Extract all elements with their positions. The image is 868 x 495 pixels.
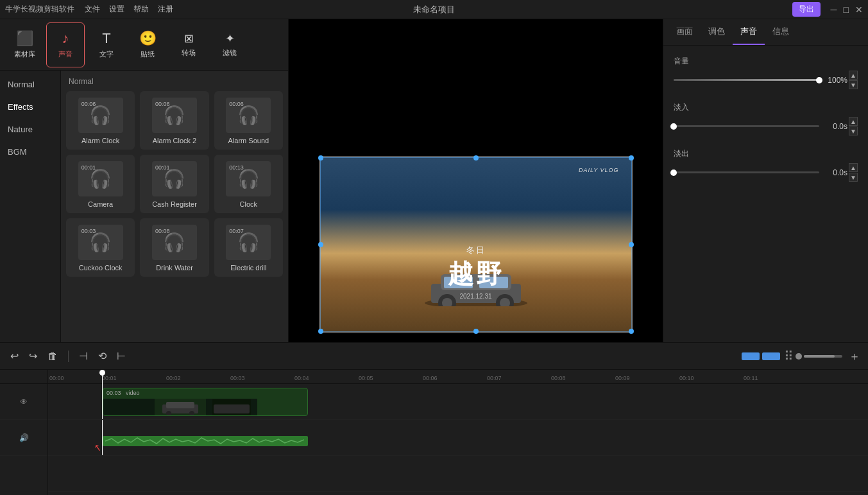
title-bar-right: 导出 ─ □ ✕	[792, 2, 863, 17]
timeline-content[interactable]: 00:00 00:01 00:02 00:03 00:04 00:05 00:0…	[48, 370, 868, 495]
title-bar-left: 牛学长视频剪辑软件 文件 设置 帮助 注册	[5, 4, 792, 15]
category-normal[interactable]: Normal	[0, 73, 60, 96]
menu-register[interactable]: 注册	[158, 4, 173, 15]
fade-in-slider[interactable]	[674, 125, 819, 127]
tick-11: 00:11	[744, 375, 758, 381]
video-track: 00:03 video	[48, 384, 868, 420]
minimize-button[interactable]: ─	[831, 4, 837, 15]
fade-out-increment[interactable]: ▲	[849, 163, 858, 172]
ruler-playhead-dot	[99, 370, 105, 376]
volume-label: 音量	[674, 56, 858, 67]
delete-button[interactable]: 🗑	[45, 349, 60, 363]
volume-decrement[interactable]: ▼	[849, 80, 858, 89]
close-button[interactable]: ✕	[855, 4, 863, 15]
speaker-icon[interactable]: 🔊	[19, 433, 29, 442]
sound-card-drink-water[interactable]: 00:08 🎧 Drink Water	[140, 218, 208, 277]
volume-slider[interactable]	[674, 79, 819, 81]
track-label-list: 👁 🔊	[0, 384, 47, 495]
sound-name: Cuckoo Clock	[79, 264, 123, 272]
fade-out-value: 0.0s	[824, 168, 847, 177]
empty-track-2	[48, 492, 868, 495]
sound-group-label: Normal	[66, 76, 283, 87]
track-area: 00:03 video	[48, 384, 868, 495]
tick-10: 00:10	[679, 375, 694, 381]
tool-text[interactable]: T 文字	[87, 22, 126, 67]
video-title-big: 越野	[448, 256, 504, 291]
sound-duration: 00:07	[229, 228, 244, 234]
sticker-icon: 🙂	[139, 30, 157, 47]
volume-value-display: 100% ▲ ▼	[824, 71, 858, 89]
audio-waveform-clip[interactable]	[103, 436, 308, 446]
fade-out-slider[interactable]	[674, 171, 819, 173]
audio-track: ↖	[48, 420, 868, 456]
sound-card-alarm-clock-2[interactable]: 00:06 🎧 Alarm Clock 2	[140, 91, 208, 150]
toolbar: ⬛ 素材库 ♪ 声音 T 文字 🙂 贴纸 ⊠ 转场 ✦ 滤镜	[0, 19, 288, 71]
timeline-toolbar: ↩ ↪ 🗑 ⊣ ⟲ ⊢ ⠿ ＋	[0, 343, 868, 370]
video-title-small: 冬日	[448, 245, 504, 256]
fade-in-label: 淡入	[674, 102, 858, 113]
tab-audio[interactable]: 声音	[733, 19, 765, 45]
empty-track-1	[48, 456, 868, 492]
volume-stepper: ▲ ▼	[849, 71, 858, 89]
crop-button[interactable]: ⟲	[96, 349, 109, 363]
sound-duration: 00:06	[155, 101, 170, 107]
fade-in-value-display: 0.0s ▲ ▼	[824, 117, 858, 135]
sound-card-clock[interactable]: 00:13 🎧 Clock	[214, 155, 283, 213]
volume-fill	[674, 79, 819, 81]
sound-card-cash-register[interactable]: 00:01 🎧 Cash Register	[140, 155, 208, 213]
category-bgm[interactable]: BGM	[0, 141, 60, 163]
export-button[interactable]: 导出	[792, 2, 821, 17]
eye-icon[interactable]: 👁	[20, 397, 28, 406]
tool-filter[interactable]: ✦ 滤镜	[210, 22, 249, 67]
menu-file[interactable]: 文件	[85, 4, 100, 15]
tool-assets[interactable]: ⬛ 素材库	[5, 22, 44, 67]
fade-out-thumb	[670, 169, 677, 176]
redo-button[interactable]: ↪	[26, 349, 40, 363]
sound-card-alarm-clock[interactable]: 00:06 🎧 Alarm Clock	[66, 91, 135, 150]
category-effects[interactable]: Effects	[0, 96, 60, 118]
tick-5: 00:05	[359, 375, 373, 381]
sound-duration: 00:03	[81, 228, 96, 234]
maximize-button[interactable]: □	[844, 4, 849, 15]
menu-settings[interactable]: 设置	[109, 4, 124, 15]
tool-audio[interactable]: ♪ 声音	[46, 22, 85, 67]
tab-info[interactable]: 信息	[765, 19, 797, 45]
category-nature[interactable]: Nature	[0, 118, 60, 141]
tick-0: 00:00	[49, 375, 64, 381]
volume-increment[interactable]: ▲	[849, 71, 858, 80]
sound-duration: 00:13	[229, 164, 244, 171]
svg-rect-14	[214, 404, 250, 413]
audio-track-playhead	[102, 420, 103, 455]
thumb-3	[206, 399, 257, 415]
tool-sticker[interactable]: 🙂 贴纸	[128, 22, 167, 67]
sound-card-icon: 00:07 🎧	[226, 225, 271, 260]
menu-help[interactable]: 帮助	[133, 4, 149, 15]
add-track-button[interactable]: ＋	[849, 349, 860, 364]
fade-in-decrement[interactable]: ▼	[849, 126, 858, 135]
tab-picture[interactable]: 画面	[668, 19, 701, 45]
video-clip[interactable]: 00:03 video	[103, 388, 308, 416]
sound-card-camera[interactable]: 00:01 🎧 Camera	[66, 155, 135, 213]
app-name: 牛学长视频剪辑软件	[5, 4, 74, 15]
volume-slider-row: 100% ▲ ▼	[674, 71, 858, 89]
sound-card-alarm-sound[interactable]: 00:06 🎧 Alarm Sound	[214, 91, 283, 150]
sound-card-cuckoo-clock[interactable]: 00:03 🎧 Cuckoo Clock	[66, 218, 135, 277]
waveform-view-button[interactable]: ⠿	[784, 349, 794, 364]
zoom-slider[interactable]	[804, 355, 842, 358]
transition-icon: ⊠	[184, 31, 194, 46]
zoom-segment-1	[742, 352, 760, 360]
sound-card-electric-drill[interactable]: 00:07 🎧 Electric drill	[214, 218, 283, 277]
fade-out-decrement[interactable]: ▼	[849, 173, 858, 182]
tab-color[interactable]: 调色	[701, 19, 733, 45]
split-button[interactable]: ⊣	[76, 349, 90, 363]
undo-button[interactable]: ↩	[8, 349, 21, 363]
fade-in-increment[interactable]: ▲	[849, 117, 858, 126]
clip-name: video	[126, 390, 140, 396]
sound-name: Cash Register	[152, 200, 197, 208]
tick-8: 00:08	[551, 375, 566, 381]
sound-name: Clock	[240, 200, 258, 208]
sound-card-icon: 00:01 🎧	[78, 161, 123, 196]
tool-transition[interactable]: ⊠ 转场	[169, 22, 208, 67]
volume-row: 音量 100% ▲ ▼	[674, 56, 858, 89]
trim-button[interactable]: ⊢	[114, 349, 128, 363]
